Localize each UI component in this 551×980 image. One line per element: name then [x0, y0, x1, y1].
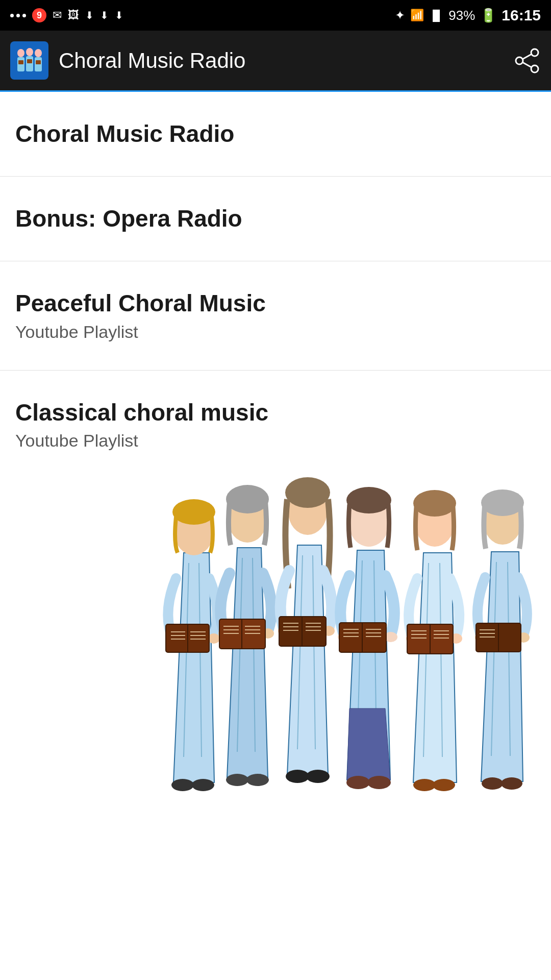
three-dots-icon [10, 14, 26, 17]
status-time: 16:15 [502, 7, 541, 24]
svg-point-31 [192, 779, 214, 791]
status-bar-left: 9 ✉ 🖼 ⬇ ⬇ ⬇ [10, 8, 123, 22]
choir-mini-icon [12, 43, 47, 79]
svg-point-47 [246, 774, 269, 786]
svg-point-5 [35, 49, 42, 57]
svg-point-1 [17, 49, 24, 57]
svg-point-11 [516, 57, 523, 64]
battery-icon: 🔋 [480, 8, 496, 23]
item-title-classical-choral-music: Classical choral music [15, 399, 536, 427]
item-title-choral-music-radio: Choral Music Radio [15, 120, 536, 148]
choir-svg [148, 440, 536, 798]
battery-text: 93% [448, 8, 475, 23]
svg-line-13 [522, 54, 532, 59]
app-bar: Choral Music Radio [0, 31, 551, 92]
svg-point-3 [26, 48, 33, 56]
svg-point-67 [346, 487, 391, 513]
status-bar: 9 ✉ 🖼 ⬇ ⬇ ⬇ ✦ 📶 ▐▌ 93% 🔋 16:15 [0, 0, 551, 31]
download-icon-2: ⬇ [100, 9, 109, 21]
bluetooth-icon: ✦ [395, 8, 405, 22]
svg-point-95 [433, 779, 455, 791]
download-icon-3: ⬇ [115, 9, 123, 21]
svg-rect-9 [36, 60, 41, 64]
share-icon [514, 47, 541, 74]
list-item-classical-choral-music[interactable]: Classical choral music Youtube Playlist [0, 371, 551, 808]
item-subtitle-peaceful-choral-music: Youtube Playlist [15, 322, 536, 342]
item-title-bonus-opera-radio: Bonus: Opera Radio [15, 205, 536, 233]
app-bar-left: Choral Music Radio [10, 41, 245, 80]
svg-point-99 [481, 489, 524, 516]
svg-point-12 [531, 65, 538, 72]
svg-point-83 [413, 490, 456, 517]
choir-illustration [15, 440, 536, 798]
svg-rect-4 [26, 56, 33, 71]
svg-point-51 [285, 477, 330, 508]
svg-point-63 [306, 770, 330, 783]
svg-point-62 [286, 770, 309, 783]
list-item-bonus-opera-radio[interactable]: Bonus: Opera Radio [0, 177, 551, 261]
list-item-choral-music-radio[interactable]: Choral Music Radio [0, 92, 551, 177]
svg-point-79 [367, 776, 391, 789]
signal-icon: ▐▌ [429, 10, 443, 21]
share-button[interactable] [514, 47, 541, 74]
svg-point-19 [172, 499, 215, 525]
app-bar-title: Choral Music Radio [59, 48, 245, 73]
svg-point-35 [226, 485, 269, 513]
svg-rect-7 [18, 60, 23, 64]
svg-point-108 [501, 777, 522, 790]
download-icon-1: ⬇ [85, 9, 94, 21]
app-icon [10, 41, 48, 80]
svg-point-94 [413, 779, 436, 791]
svg-rect-8 [27, 59, 32, 63]
svg-point-107 [482, 777, 503, 790]
svg-point-10 [531, 49, 538, 56]
content-list: Choral Music Radio Bonus: Opera Radio Pe… [0, 92, 551, 808]
svg-point-78 [346, 776, 370, 789]
item-title-peaceful-choral-music: Peaceful Choral Music [15, 289, 536, 317]
image-icon: 🖼 [68, 9, 79, 22]
list-item-peaceful-choral-music[interactable]: Peaceful Choral Music Youtube Playlist [0, 261, 551, 370]
status-bar-right: ✦ 📶 ▐▌ 93% 🔋 16:15 [395, 7, 541, 24]
notification-badge: 9 [32, 8, 46, 22]
wifi-icon: 📶 [410, 9, 424, 22]
svg-line-14 [522, 62, 532, 67]
email-icon: ✉ [53, 9, 62, 22]
svg-point-46 [226, 774, 248, 786]
svg-point-30 [171, 779, 194, 791]
